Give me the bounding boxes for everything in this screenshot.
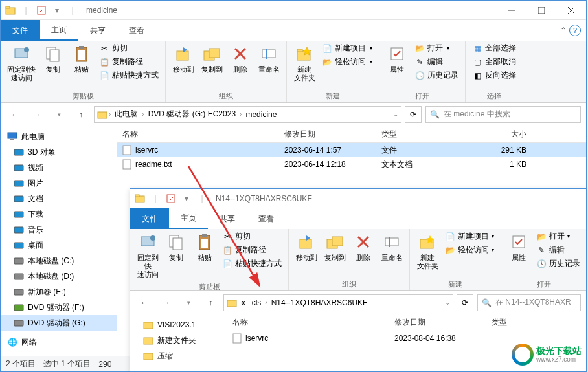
tree-item[interactable]: 音乐: [1, 222, 117, 237]
tree-item[interactable]: 压缩: [130, 348, 227, 364]
easy-access-button[interactable]: 📂轻松访问▾: [319, 56, 375, 68]
tree-item[interactable]: 新建文件夹: [130, 333, 227, 348]
back-button[interactable]: ←: [135, 294, 153, 312]
tree-item[interactable]: VISI2023.1: [130, 317, 227, 333]
pin-to-quick-access-button[interactable]: 固定到快 速访问: [5, 42, 38, 83]
minimize-button[interactable]: [497, 1, 526, 20]
refresh-button[interactable]: ⟳: [405, 106, 422, 123]
move-to-button[interactable]: 移动到: [293, 230, 320, 263]
up-button[interactable]: ↑: [72, 105, 90, 124]
rename-button[interactable]: 重命名: [378, 230, 405, 263]
recent-dropdown[interactable]: ▾: [179, 294, 198, 312]
new-item-button[interactable]: 📄新建项目▾: [442, 230, 497, 243]
paste-shortcut-button[interactable]: 📄粘贴快捷方式: [96, 69, 161, 82]
tree-item[interactable]: 本地磁盘 (C:): [1, 253, 117, 268]
edit-button[interactable]: ✎编辑: [412, 56, 461, 68]
tree-item[interactable]: 桌面: [1, 237, 117, 253]
tab-home[interactable]: 主页: [40, 20, 78, 41]
chevron-icon[interactable]: ›: [265, 299, 267, 306]
close-button[interactable]: [556, 1, 586, 20]
qat-dropdown-icon[interactable]: ▾: [179, 191, 194, 206]
select-none-button[interactable]: ▢全部取消: [469, 56, 519, 68]
copy-path-button[interactable]: 📋复制路径: [96, 56, 161, 68]
back-button[interactable]: ←: [6, 105, 24, 124]
maximize-button[interactable]: [526, 1, 556, 20]
easy-access-button[interactable]: 📂轻松访问▾: [442, 244, 497, 256]
col-name[interactable]: 名称: [227, 317, 389, 328]
new-folder-button[interactable]: 新建 文件夹: [414, 230, 441, 272]
search-input[interactable]: 🔍 在 N14--1XQT8HAXR: [477, 294, 581, 311]
col-type[interactable]: 类型: [486, 317, 538, 328]
edit-button[interactable]: ✎编辑: [534, 244, 583, 256]
chevron-icon[interactable]: ›: [240, 111, 242, 118]
history-button[interactable]: 🕓历史记录: [534, 257, 583, 270]
breadcrumb-item[interactable]: medicine: [243, 110, 279, 119]
search-input[interactable]: 🔍 在 medicine 中搜索: [425, 106, 581, 123]
breadcrumb-item[interactable]: DVD 驱动器 (G:) EC2023: [146, 109, 238, 120]
breadcrumb-item[interactable]: «: [238, 298, 248, 307]
tree-root-pc[interactable]: 此电脑: [1, 129, 117, 144]
ribbon-collapse-icon[interactable]: ⌃: [560, 26, 567, 35]
tree-item[interactable]: 新加卷 (E:): [1, 284, 117, 300]
qat-properties-icon[interactable]: [34, 3, 49, 17]
tree-item[interactable]: 图片: [1, 175, 117, 191]
tab-home[interactable]: 主页: [169, 208, 208, 229]
breadcrumb-dropdown-icon[interactable]: ⌄: [445, 299, 450, 306]
col-name[interactable]: 名称: [117, 129, 279, 140]
new-item-button[interactable]: 📄新建项目▾: [319, 42, 375, 54]
copy-to-button[interactable]: 复制到: [198, 42, 225, 75]
tab-share[interactable]: 共享: [78, 20, 117, 41]
col-size[interactable]: 大小: [467, 129, 532, 140]
open-button[interactable]: 📂打开▾: [534, 230, 583, 243]
forward-button[interactable]: →: [157, 294, 175, 312]
breadcrumb-item[interactable]: cls: [249, 298, 264, 307]
help-icon[interactable]: ?: [569, 25, 581, 36]
copy-to-button[interactable]: 复制到: [321, 230, 348, 263]
delete-button[interactable]: 删除: [350, 230, 377, 263]
history-button[interactable]: 🕓历史记录: [412, 69, 461, 82]
paste-button[interactable]: 粘贴: [68, 42, 95, 75]
new-folder-button[interactable]: 新建 文件夹: [291, 42, 318, 83]
breadcrumb[interactable]: › 此电脑 › DVD 驱动器 (G:) EC2023 › medicine ⌄: [94, 106, 401, 123]
forward-button[interactable]: →: [28, 105, 46, 124]
breadcrumb-item[interactable]: N14--1XQT8HAXRSC6UKF: [269, 298, 370, 307]
open-button[interactable]: 📂打开▾: [412, 42, 461, 54]
folder-icon[interactable]: [3, 3, 17, 17]
col-type[interactable]: 类型: [376, 129, 467, 140]
file-row[interactable]: readme.txt2023-06-14 12:18文本文档1 KB: [117, 157, 586, 171]
tab-share[interactable]: 共享: [208, 208, 247, 229]
copy-button[interactable]: 复制: [163, 230, 190, 263]
breadcrumb[interactable]: « cls › N14--1XQT8HAXRSC6UKF ⌄: [223, 294, 453, 311]
chevron-icon[interactable]: ›: [109, 111, 111, 118]
select-all-button[interactable]: ▦全部选择: [469, 42, 519, 54]
tree-item[interactable]: 3D 对象: [1, 144, 117, 160]
folder-icon[interactable]: [133, 191, 147, 206]
tree-item[interactable]: 本地磁盘 (D:): [1, 268, 117, 284]
delete-button[interactable]: 删除: [227, 42, 254, 75]
invert-selection-button[interactable]: ◧反向选择: [469, 69, 519, 82]
tab-file[interactable]: 文件: [1, 20, 40, 41]
move-to-button[interactable]: 移动到: [170, 42, 197, 75]
tree-item[interactable]: 视频: [1, 160, 117, 175]
col-date[interactable]: 修改日期: [279, 129, 376, 140]
qat-dropdown-icon[interactable]: ▾: [50, 3, 64, 17]
up-button[interactable]: ↑: [201, 294, 220, 312]
copy-path-button[interactable]: 📋复制路径: [220, 244, 284, 256]
refresh-button[interactable]: ⟳: [457, 294, 473, 311]
file-row[interactable]: lservrc2023-06-14 1:57文件291 KB: [117, 143, 586, 157]
chevron-icon[interactable]: ›: [142, 111, 144, 118]
tree-network[interactable]: 🌐 网络: [1, 334, 117, 350]
tree-item[interactable]: 下载: [1, 206, 117, 222]
tree-item[interactable]: 文档: [1, 191, 117, 206]
tree-item[interactable]: DVD 驱动器 (G:): [1, 315, 117, 331]
rename-button[interactable]: 重命名: [255, 42, 282, 75]
cut-button[interactable]: ✂剪切: [220, 230, 284, 243]
properties-button[interactable]: 属性: [505, 230, 532, 263]
recent-dropdown[interactable]: ▾: [50, 105, 68, 124]
tab-view[interactable]: 查看: [247, 208, 286, 229]
cut-button[interactable]: ✂剪切: [96, 42, 161, 54]
properties-button[interactable]: 属性: [383, 42, 411, 75]
pin-to-quick-access-button[interactable]: 固定到快 速访问: [134, 230, 161, 281]
paste-button[interactable]: 粘贴: [191, 230, 218, 263]
tab-view[interactable]: 查看: [117, 20, 156, 41]
